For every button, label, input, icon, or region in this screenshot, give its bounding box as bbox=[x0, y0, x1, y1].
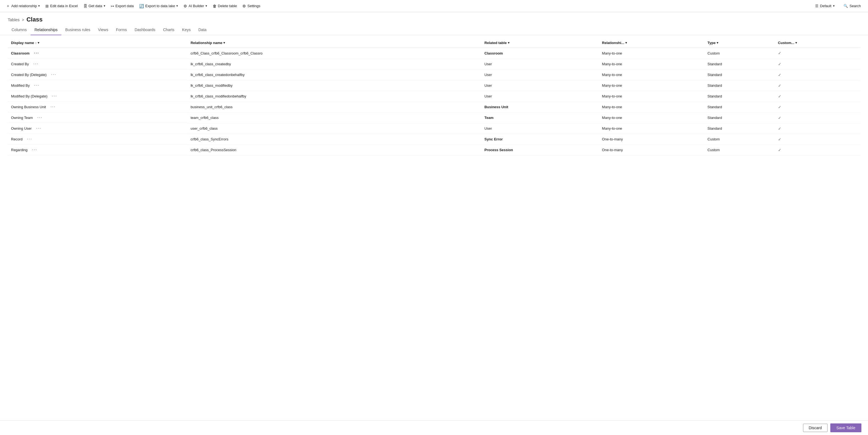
rel-name-value: team_crfb6_class bbox=[187, 112, 481, 123]
custom-value: ✓ bbox=[775, 59, 860, 69]
table-row: Modified By···lk_crfb6_class_modifiedbyU… bbox=[8, 80, 860, 91]
rel-name-filter-icon: ▾ bbox=[223, 41, 225, 45]
rel-name-value: lk_crfb6_class_modifiedonbehalfby bbox=[187, 91, 481, 102]
related-table-value: Process Session bbox=[481, 145, 599, 155]
tab-charts[interactable]: Charts bbox=[159, 25, 178, 35]
export-data-button[interactable]: ↦ Export data bbox=[108, 0, 137, 12]
delete-table-button[interactable]: 🗑 Delete table bbox=[210, 0, 240, 12]
table-row: Modified By (Delegate)···lk_crfb6_class_… bbox=[8, 91, 860, 102]
row-context-menu[interactable]: ··· bbox=[49, 104, 57, 109]
custom-filter-icon: ▾ bbox=[795, 41, 797, 45]
ai-builder-button[interactable]: ⚙ AI Builder ▾ bbox=[181, 0, 210, 12]
tab-business-rules[interactable]: Business rules bbox=[61, 25, 94, 35]
rel-name-value: crfb6_class_ProcessSession bbox=[187, 145, 481, 155]
table-row: Created By···lk_crfb6_class_createdbyUse… bbox=[8, 59, 860, 69]
sort-asc-icon: ↑ bbox=[35, 41, 37, 45]
checkmark-icon: ✓ bbox=[778, 148, 781, 152]
add-relationship-button[interactable]: ＋ Add relationship ▾ bbox=[3, 0, 43, 12]
type-value: Custom bbox=[704, 145, 775, 155]
display-name-value: Modified By bbox=[11, 83, 30, 88]
related-table-value: Sync Error bbox=[481, 134, 599, 145]
row-context-menu[interactable]: ··· bbox=[33, 51, 40, 56]
tab-keys[interactable]: Keys bbox=[178, 25, 194, 35]
gear-icon: ⚙ bbox=[242, 4, 246, 8]
row-context-menu[interactable]: ··· bbox=[33, 83, 40, 88]
default-chevron: ▾ bbox=[833, 4, 835, 8]
breadcrumb-separator: > bbox=[22, 17, 24, 22]
toolbar: ＋ Add relationship ▾ ⊞ Edit data in Exce… bbox=[0, 0, 868, 12]
database-icon: 🗄 bbox=[83, 4, 87, 8]
rel-name-value: crfb6_Class_crfb6_Classroom_crfb6_Classr… bbox=[187, 48, 481, 59]
tab-forms[interactable]: Forms bbox=[112, 25, 131, 35]
type-value: Standard bbox=[704, 123, 775, 134]
row-context-menu[interactable]: ··· bbox=[26, 137, 33, 142]
relationship-type-value: Many-to-one bbox=[599, 59, 704, 69]
type-value: Standard bbox=[704, 112, 775, 123]
display-name-value: Regarding bbox=[11, 148, 28, 152]
relationship-type-value: Many-to-one bbox=[599, 112, 704, 123]
row-context-menu[interactable]: ··· bbox=[35, 126, 42, 131]
get-data-chevron: ▾ bbox=[104, 4, 105, 8]
type-filter-icon: ▾ bbox=[717, 41, 718, 45]
export-lake-button[interactable]: 🔄 Export to data lake ▾ bbox=[136, 0, 181, 12]
rel-name-value: lk_crfb6_class_modifiedby bbox=[187, 80, 481, 91]
col-header-display-name[interactable]: Display name ↑ ▾ bbox=[8, 38, 187, 48]
checkmark-icon: ✓ bbox=[778, 51, 781, 55]
col-header-custom[interactable]: Custom... ▾ bbox=[775, 38, 860, 48]
tab-views[interactable]: Views bbox=[94, 25, 112, 35]
col-header-rel-name[interactable]: Relationship name ▾ bbox=[187, 38, 481, 48]
relationship-type-value: Many-to-one bbox=[599, 102, 704, 112]
trash-icon: 🗑 bbox=[213, 4, 217, 8]
row-context-menu[interactable]: ··· bbox=[36, 115, 43, 120]
related-table-value: User bbox=[481, 123, 599, 134]
export-lake-chevron: ▾ bbox=[176, 4, 178, 8]
row-context-menu[interactable]: ··· bbox=[32, 61, 40, 66]
tab-dashboards[interactable]: Dashboards bbox=[131, 25, 159, 35]
breadcrumb-tables-link[interactable]: Tables bbox=[8, 17, 20, 22]
table-row: Owning Team···team_crfb6_classTeamMany-t… bbox=[8, 112, 860, 123]
relationship-type-value: Many-to-one bbox=[599, 69, 704, 80]
tab-columns[interactable]: Columns bbox=[8, 25, 31, 35]
tab-relationships[interactable]: Relationships bbox=[31, 25, 61, 35]
display-name-value: Owning Team bbox=[11, 116, 33, 120]
table-row: Owning User···user_crfb6_classUserMany-t… bbox=[8, 123, 860, 134]
row-context-menu[interactable]: ··· bbox=[31, 147, 38, 152]
table-header-row: Display name ↑ ▾ Relationship name ▾ Rel… bbox=[8, 38, 860, 48]
col-header-type[interactable]: Type ▾ bbox=[704, 38, 775, 48]
related-table-value: User bbox=[481, 80, 599, 91]
type-value: Custom bbox=[704, 48, 775, 59]
type-value: Standard bbox=[704, 59, 775, 69]
col-header-relationship[interactable]: Relationshi... ▾ bbox=[599, 38, 704, 48]
related-table-filter-icon: ▾ bbox=[508, 41, 509, 45]
row-context-menu[interactable]: ··· bbox=[50, 72, 57, 77]
type-value: Custom bbox=[704, 134, 775, 145]
search-button[interactable]: 🔍 Search bbox=[840, 0, 865, 12]
display-name-value: Record bbox=[11, 137, 23, 141]
relationship-type-value: Many-to-one bbox=[599, 48, 704, 59]
table-row: Classroom···crfb6_Class_crfb6_Classroom_… bbox=[8, 48, 860, 59]
checkmark-icon: ✓ bbox=[778, 116, 781, 120]
checkmark-icon: ✓ bbox=[778, 83, 781, 88]
discard-button[interactable]: Discard bbox=[803, 424, 828, 432]
custom-value: ✓ bbox=[775, 91, 860, 102]
rel-name-value: lk_crfb6_class_createdby bbox=[187, 59, 481, 69]
col-header-related-table[interactable]: Related table ▾ bbox=[481, 38, 599, 48]
save-table-button[interactable]: Save Table bbox=[830, 424, 861, 432]
main-content: Display name ↑ ▾ Relationship name ▾ Rel… bbox=[0, 35, 868, 435]
relationship-type-value: Many-to-one bbox=[599, 80, 704, 91]
rel-name-value: lk_crfb6_class_createdonbehalfby bbox=[187, 69, 481, 80]
checkmark-icon: ✓ bbox=[778, 94, 781, 98]
relationship-type-value: Many-to-one bbox=[599, 123, 704, 134]
default-button[interactable]: ☰ Default ▾ bbox=[812, 0, 837, 12]
rel-name-value: business_unit_crfb6_class bbox=[187, 102, 481, 112]
settings-button[interactable]: ⚙ Settings bbox=[240, 0, 263, 12]
breadcrumb-current-page: Class bbox=[26, 16, 43, 23]
edit-excel-button[interactable]: ⊞ Edit data in Excel bbox=[43, 0, 80, 12]
display-name-value: Modified By (Delegate) bbox=[11, 94, 47, 98]
row-context-menu[interactable]: ··· bbox=[51, 94, 58, 98]
custom-value: ✓ bbox=[775, 134, 860, 145]
tab-data[interactable]: Data bbox=[194, 25, 211, 35]
display-name-value: Owning Business Unit bbox=[11, 105, 46, 109]
get-data-button[interactable]: 🗄 Get data ▾ bbox=[81, 0, 108, 12]
rel-name-value: user_crfb6_class bbox=[187, 123, 481, 134]
